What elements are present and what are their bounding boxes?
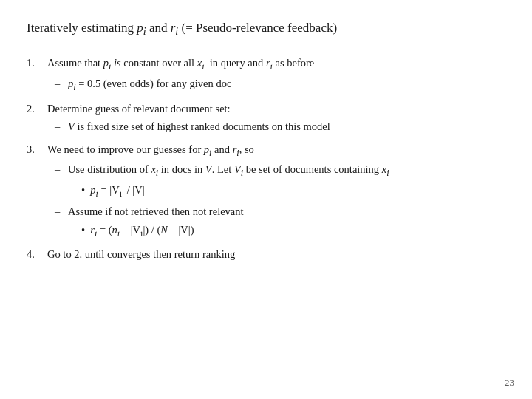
list-text-4: Go to 2. until converges then return ran… [47, 246, 505, 262]
list-body-1: Assume that pi is constant over all xi i… [47, 55, 505, 95]
list-text-1: Assume that pi is constant over all xi i… [47, 55, 505, 74]
sub-dash-line-3-2: – Assume if not retrieved then not relev… [55, 203, 505, 240]
bullet-item-3-1: • pi = |Vi| / |V| [81, 182, 505, 201]
dash-icon-3-2: – [55, 203, 64, 240]
page-number: 23 [505, 377, 514, 389]
dash-icon-3-1: – [55, 161, 64, 200]
list-body-3: We need to improve our guesses for pi an… [47, 141, 505, 242]
sub-dash-2-1: – V is fixed size set of highest ranked … [55, 118, 505, 134]
sub-body-2-1: V is fixed size set of highest ranked do… [68, 118, 505, 134]
sub-body-3-1: Use distribution of xi in docs in V. Let… [68, 161, 505, 200]
bullet-item-3-2: • ri = (ni – |Vi|) / (N – |V|) [81, 222, 505, 241]
list-text-3: We need to improve our guesses for pi an… [47, 141, 505, 160]
sub-body-3-2: Assume if not retrieved then not relevan… [68, 203, 505, 240]
list-num-3: 3. [27, 141, 47, 242]
list-num-2: 2. [27, 100, 47, 137]
sub-dash-line-3-1: – Use distribution of xi in docs in V. L… [55, 161, 505, 200]
sub-dash-1-1: – pi = 0.5 (even odds) for any given doc [55, 75, 505, 95]
title-divider [27, 44, 505, 44]
list-body-2: Determine guess of relevant document set… [47, 100, 505, 137]
sub-body-1-1: pi = 0.5 (even odds) for any given doc [68, 75, 505, 95]
list-body-4: Go to 2. until converges then return ran… [47, 246, 505, 262]
list-item-1: 1. Assume that pi is constant over all x… [27, 55, 505, 95]
main-list: 1. Assume that pi is constant over all x… [27, 55, 505, 263]
list-num-4: 4. [27, 246, 47, 262]
dash-icon-1-1: – [55, 75, 64, 95]
list-item-4: 4. Go to 2. until converges then return … [27, 246, 505, 262]
sub-dash-line-2-1: – V is fixed size set of highest ranked … [55, 118, 505, 134]
dash-icon-2-1: – [55, 118, 64, 134]
slide-content: 1. Assume that pi is constant over all x… [27, 55, 505, 263]
sub-dash-3-1: – Use distribution of xi in docs in V. L… [55, 161, 505, 240]
sub-dash-line-1-1: – pi = 0.5 (even odds) for any given doc [55, 75, 505, 95]
slide-title: Iteratively estimating pi and ri (= Pseu… [27, 21, 505, 38]
list-item-3: 3. We need to improve our guesses for pi… [27, 141, 505, 242]
list-item-2: 2. Determine guess of relevant document … [27, 100, 505, 137]
list-text-2: Determine guess of relevant document set… [47, 100, 505, 117]
list-num-1: 1. [27, 55, 47, 95]
slide-container: Iteratively estimating pi and ri (= Pseu… [0, 0, 532, 399]
